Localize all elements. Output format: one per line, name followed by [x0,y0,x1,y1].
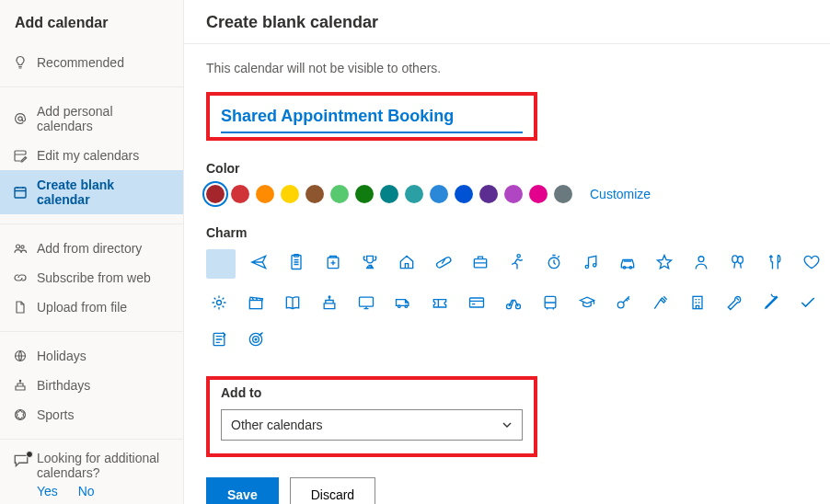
people-icon [13,241,28,256]
svg-point-3 [17,245,20,248]
charm-book[interactable] [280,290,305,315]
svg-point-6 [19,380,20,381]
charm-pickaxe[interactable] [758,290,784,315]
svg-point-27 [405,305,408,308]
footer-yes-link[interactable]: Yes [37,484,58,498]
charm-clapper[interactable] [243,290,269,315]
charm-pill[interactable] [431,249,456,275]
svg-rect-11 [436,257,452,269]
svg-point-37 [255,338,257,340]
charm-heart[interactable] [799,249,824,275]
charm-briefcase[interactable] [467,249,493,275]
sidebar: Add calendar Recommended Add personal ca… [0,0,184,504]
color-swatch[interactable] [281,185,299,203]
sidebar-item-label: Birthdays [37,378,90,393]
charm-plane[interactable] [247,249,272,275]
color-swatch[interactable] [380,185,398,203]
charm-car[interactable] [615,249,640,275]
charm-check[interactable] [795,290,821,315]
sidebar-item-label: Edit my calendars [37,148,139,163]
color-swatch[interactable] [504,185,523,203]
sidebar-item-sports[interactable]: Sports [0,400,183,430]
charm-music[interactable] [578,249,604,275]
cake-icon [13,378,28,393]
color-swatch[interactable] [554,185,572,203]
charm-wrench[interactable] [721,290,747,315]
discard-button[interactable]: Discard [290,477,375,504]
sidebar-item-recommended[interactable]: Recommended [0,48,183,77]
sidebar-item-label: Add from directory [37,241,142,256]
svg-point-15 [585,265,588,268]
footer-question-text: Looking for additional calendars? [37,451,170,480]
color-swatch[interactable] [479,185,498,203]
charm-bike[interactable] [501,290,526,315]
charm-trophy[interactable] [357,249,383,275]
color-swatch[interactable] [256,185,274,203]
svg-point-7 [16,410,26,420]
svg-point-22 [217,301,222,305]
sidebar-item-blank[interactable]: Create blank calendar [0,170,183,214]
sidebar-item-upload[interactable]: Upload from file [0,292,183,322]
charm-home[interactable] [394,249,420,275]
svg-point-26 [398,305,401,308]
save-button[interactable]: Save [206,477,279,504]
color-label: Color [206,161,808,176]
charm-ticket[interactable] [427,290,453,315]
charm-hammer[interactable] [648,290,674,315]
color-swatch[interactable] [305,185,324,203]
color-swatch[interactable] [455,185,473,203]
charm-person[interactable] [688,249,714,275]
charm-none[interactable] [206,249,236,279]
sports-icon [13,407,28,422]
sidebar-item-birthdays[interactable]: Birthdays [0,371,183,400]
footer-question: Looking for additional calendars? [13,451,170,480]
color-swatch[interactable] [330,185,349,203]
color-swatch[interactable] [231,185,249,203]
charm-bus[interactable] [537,290,563,315]
charm-card[interactable] [464,290,490,315]
sidebar-item-holidays[interactable]: Holidays [0,341,183,371]
main-panel: Create blank calendar This calendar will… [184,0,830,504]
sidebar-item-edit[interactable]: Edit my calendars [0,141,183,170]
charm-clipboard[interactable] [283,249,309,275]
charm-graduation[interactable] [574,290,600,315]
calendar-name-highlight [206,92,537,141]
sidebar-item-subscribe[interactable]: Subscribe from web [0,263,183,292]
color-swatch[interactable] [355,185,374,203]
charm-food[interactable] [762,249,788,275]
svg-rect-1 [15,151,26,155]
color-swatch[interactable] [206,185,225,203]
at-icon [13,111,28,126]
svg-point-19 [698,257,704,262]
charm-label: Charm [206,225,808,240]
color-swatch[interactable] [529,185,548,203]
charm-note[interactable] [206,326,232,352]
charm-target[interactable] [243,326,269,352]
charm-star[interactable] [651,249,677,275]
footer-no-link[interactable]: No [78,484,95,498]
charm-birthday[interactable] [317,290,342,315]
charm-stopwatch[interactable] [541,249,567,275]
color-swatch[interactable] [430,185,448,203]
charm-settings[interactable] [206,290,232,315]
svg-point-20 [732,256,738,263]
page-title: Create blank calendar [184,0,830,44]
calendar-name-input[interactable] [221,105,523,133]
charm-medical[interactable] [320,249,346,275]
sidebar-item-personal[interactable]: Add personal calendars [0,97,183,141]
charm-building[interactable] [685,290,710,315]
edit-calendar-icon [13,148,28,163]
charm-van[interactable] [390,290,416,315]
color-swatch[interactable] [405,185,423,203]
charm-balloons[interactable] [725,249,751,275]
svg-point-0 [18,117,22,120]
globe-icon [13,349,28,363]
sidebar-item-directory[interactable]: Add from directory [0,234,183,263]
customize-link[interactable]: Customize [590,187,651,201]
charm-running[interactable] [504,249,530,275]
addto-dropdown[interactable]: Other calendars [221,409,523,441]
svg-point-16 [594,264,596,267]
charm-monitor[interactable] [353,290,379,315]
charm-key[interactable] [611,290,637,315]
addto-label: Add to [221,385,523,400]
